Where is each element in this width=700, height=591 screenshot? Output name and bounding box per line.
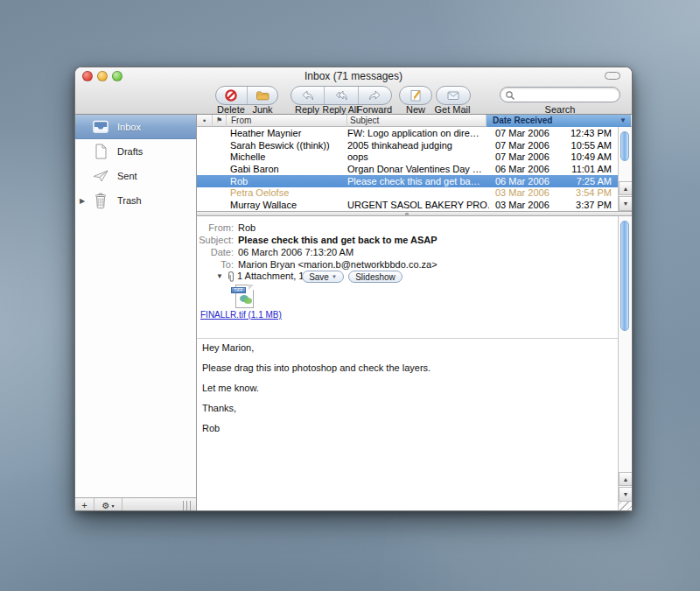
sidebar-item-trash[interactable]: ▶ Trash [75, 188, 196, 213]
arrow-up-icon: ▲ [623, 186, 629, 192]
compose-icon [409, 88, 423, 102]
search-input[interactable] [518, 88, 614, 101]
sidebar-item-sent[interactable]: Sent [75, 164, 196, 188]
save-button[interactable]: Save ▼ [302, 271, 344, 283]
delete-button[interactable] [216, 87, 248, 104]
list-scrollbar-thumb[interactable] [620, 131, 629, 161]
message-scrollbar[interactable]: ▲ ▼ [618, 216, 631, 511]
slideshow-label: Slideshow [355, 272, 396, 282]
message-view: From: Rob Subject: Please check this and… [197, 216, 618, 511]
message-row[interactable]: Murray Wallace URGENT SASOL BAKERY PRO… … [197, 199, 618, 211]
to-value: Marion Bryan <marion.b@networkbbdo.co.za… [238, 259, 438, 271]
trash-disclosure-triangle[interactable]: ▶ [80, 197, 85, 205]
attachment-row: ▼ 1 Attachment, 1.1 MB Save ▼ Slideshow [197, 271, 618, 284]
attachment-link[interactable]: FINALLR.tif (1.1 MB) [200, 310, 282, 320]
window-title: Inbox (71 messages) [75, 70, 632, 82]
search-field[interactable] [500, 87, 620, 102]
get-mail-label: Get Mail [435, 104, 471, 115]
subject-label: Subject: [197, 235, 234, 247]
attachment-file-icon[interactable]: TIFF [231, 283, 257, 309]
sidebar-item-label: Inbox [117, 122, 141, 132]
body-line: Thanks, [202, 404, 570, 414]
pane-resize-grip[interactable] [183, 501, 191, 510]
sidebar-item-label: Trash [117, 195, 142, 206]
reply-all-label: Reply All [323, 104, 359, 115]
titlebar[interactable]: Inbox (71 messages) [75, 67, 632, 84]
message-body: Hey Marion, Please drag this into photos… [202, 343, 570, 444]
mailbox-sidebar: Inbox Drafts Sent ▶ [75, 115, 197, 511]
sort-descending-icon: ▼ [620, 115, 626, 127]
junk-button[interactable] [248, 87, 278, 104]
date-received-label: Date Received [493, 116, 552, 125]
body-line: Hey Marion, [202, 343, 570, 354]
window-chrome: Inbox (71 messages) Delete Junk [75, 67, 632, 115]
message-scroll-down-button[interactable]: ▼ [619, 487, 632, 502]
forward-label: Forward [357, 104, 392, 115]
plus-icon: + [81, 500, 87, 510]
delete-icon [224, 88, 238, 102]
delete-label: Delete [217, 104, 245, 115]
new-button[interactable] [400, 87, 431, 104]
window-resize-grip[interactable] [618, 501, 633, 511]
message-row-junk[interactable]: Petra Oelofse 03 Mar 2006 3:54 PM [197, 187, 618, 200]
save-menu-caret-icon: ▼ [332, 274, 337, 279]
flag-icon: ⚑ [216, 116, 222, 124]
message-scrollbar-thumb[interactable] [620, 221, 629, 331]
new-label: New [406, 104, 425, 115]
save-label: Save [309, 272, 329, 282]
slideshow-button[interactable]: Slideshow [348, 271, 402, 283]
body-line: Please drag this into photoshop and chec… [202, 363, 570, 374]
sidebar-item-label: Sent [117, 171, 137, 181]
arrow-up-icon: ▲ [623, 476, 629, 482]
sidebar-item-inbox[interactable]: Inbox [75, 115, 196, 139]
message-row[interactable]: Gabi Baron Organ Donar Valentines Day … … [197, 163, 618, 175]
reply-all-button[interactable] [325, 87, 358, 104]
date-value: 06 March 2006 7:13:20 AM [238, 247, 354, 259]
to-label: To: [197, 259, 234, 271]
subject-value: Please check this and get back to me ASA… [238, 235, 438, 247]
message-row-selected[interactable]: Rob Please check this and get ba… 06 Mar… [197, 175, 618, 187]
action-menu-button[interactable]: ⚙ ▾ [94, 498, 122, 511]
inbox-icon [92, 118, 109, 136]
search-label: Search [545, 104, 576, 115]
message-row[interactable]: Sarah Beswick ((think)) 2005 thinkahead … [197, 139, 618, 151]
list-scrollbar[interactable]: ▲ ▼ [618, 127, 631, 211]
envelope-icon [446, 88, 460, 102]
sent-plane-icon [92, 167, 109, 185]
drafts-icon [92, 143, 109, 160]
message-row[interactable]: Michelle oops 07 Mar 2006 10:49 AM [197, 151, 618, 163]
add-mailbox-button[interactable]: + [75, 498, 94, 511]
reply-button[interactable] [291, 87, 325, 104]
message-scroll-up-button[interactable]: ▲ [619, 472, 632, 486]
reply-all-arrow-icon [334, 88, 348, 102]
reply-arrow-icon [301, 88, 315, 102]
mail-window: Inbox (71 messages) Delete Junk [74, 67, 633, 511]
column-header-flag[interactable]: ⚑ [213, 115, 227, 127]
reply-label: Reply [295, 104, 319, 115]
column-header-date-received[interactable]: Date Received ▼ [486, 115, 631, 127]
file-art-shape [244, 298, 252, 304]
column-header-from[interactable]: From [227, 115, 347, 127]
main-pane: • ⚑ From Subject Date Received ▼ Heather… [197, 115, 633, 511]
header-body-divider [197, 338, 618, 339]
get-mail-button[interactable] [437, 87, 470, 104]
delete-junk-group [215, 86, 278, 105]
reply-group [290, 86, 392, 105]
forward-button[interactable] [359, 87, 391, 104]
dot-icon: • [203, 116, 206, 125]
list-scroll-down-button[interactable]: ▼ [619, 196, 632, 211]
attachment-disclosure-icon[interactable]: ▼ [216, 272, 223, 280]
arrow-down-icon: ▼ [623, 201, 629, 207]
list-scroll-up-button[interactable]: ▲ [619, 181, 632, 195]
tiff-badge: TIFF [231, 287, 246, 293]
toolbar-toggle-widget[interactable] [605, 72, 620, 80]
date-label: Date: [197, 247, 234, 259]
sidebar-item-label: Drafts [117, 146, 143, 157]
message-list-header: • ⚑ From Subject Date Received ▼ [197, 115, 633, 127]
column-header-read-status[interactable]: • [197, 115, 213, 127]
caret-down-icon: ▾ [111, 503, 114, 509]
message-row[interactable]: Heather Maynier FW: Logo application on … [197, 127, 618, 139]
gear-icon: ⚙ [102, 501, 110, 510]
sidebar-item-drafts[interactable]: Drafts [75, 139, 196, 164]
column-header-subject[interactable]: Subject [347, 115, 486, 127]
